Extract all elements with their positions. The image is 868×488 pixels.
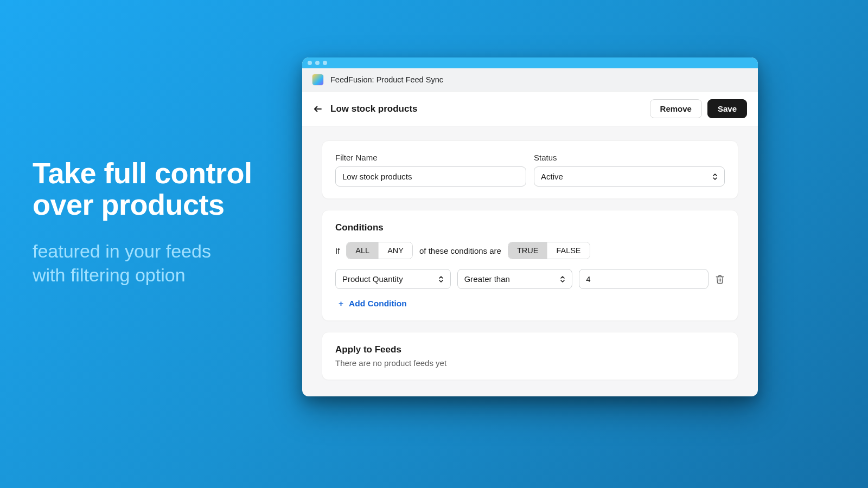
app-bar: FeedFusion: Product Feed Sync [302, 68, 758, 92]
traffic-light-icon [323, 61, 327, 65]
if-text: If [335, 246, 340, 255]
all-any-toggle: ALL ANY [346, 242, 413, 259]
seg-false[interactable]: FALSE [547, 242, 589, 259]
remove-button[interactable]: Remove [650, 99, 702, 118]
apply-to-feeds-title: Apply to Feeds [335, 344, 725, 355]
status-label: Status [534, 153, 725, 162]
save-button[interactable]: Save [707, 99, 747, 118]
headline-line2: over products [33, 188, 225, 221]
app-title: FeedFusion: Product Feed Sync [330, 75, 443, 84]
seg-true[interactable]: TRUE [508, 242, 547, 259]
condition-field-value: Product Quantity [335, 269, 451, 289]
subhead: featured in your feeds with filtering op… [33, 239, 252, 287]
status-select[interactable]: Active [534, 166, 725, 187]
add-condition-label: Add Condition [349, 299, 407, 309]
seg-any[interactable]: ANY [378, 242, 412, 259]
add-condition-button[interactable]: + Add Condition [339, 299, 407, 309]
true-false-toggle: TRUE FALSE [508, 242, 590, 259]
marketing-copy: Take full control over products featured… [33, 157, 252, 287]
apply-to-feeds-card: Apply to Feeds There are no product feed… [322, 332, 738, 380]
condition-operator-select[interactable]: Greater than [457, 269, 573, 289]
condition-operator-value: Greater than [457, 269, 573, 289]
page-content: Filter Name Status Active Conditions If … [302, 126, 758, 396]
page-title: Low stock products [330, 104, 418, 114]
condition-value-input[interactable] [579, 269, 709, 289]
mid-text: of these conditions are [419, 246, 501, 255]
window-titlebar [302, 57, 758, 68]
conditions-title: Conditions [335, 222, 725, 233]
seg-all[interactable]: ALL [347, 242, 378, 259]
conditions-card: Conditions If ALL ANY of these condition… [322, 210, 738, 321]
traffic-light-icon [315, 61, 320, 65]
app-icon [312, 74, 324, 86]
headline: Take full control over products [33, 157, 252, 221]
subhead-line2: with filtering option [33, 265, 186, 285]
trash-icon[interactable] [715, 274, 725, 284]
status-select-value: Active [534, 166, 725, 187]
condition-field-select[interactable]: Product Quantity [335, 269, 451, 289]
headline-line1: Take full control [33, 157, 252, 189]
subhead-line1: featured in your feeds [33, 241, 211, 261]
conditions-sentence: If ALL ANY of these conditions are TRUE … [335, 242, 725, 259]
filter-name-label: Filter Name [335, 153, 526, 162]
filter-name-input[interactable] [335, 166, 526, 187]
app-window: FeedFusion: Product Feed Sync Low stock … [302, 57, 758, 396]
filter-details-card: Filter Name Status Active [322, 140, 738, 199]
apply-to-feeds-empty: There are no product feeds yet [335, 358, 725, 368]
condition-row: Product Quantity Greater than [335, 269, 725, 289]
back-arrow-icon[interactable] [313, 104, 323, 114]
page-header: Low stock products Remove Save [302, 92, 758, 126]
traffic-light-icon [308, 61, 312, 65]
plus-icon: + [339, 299, 343, 309]
